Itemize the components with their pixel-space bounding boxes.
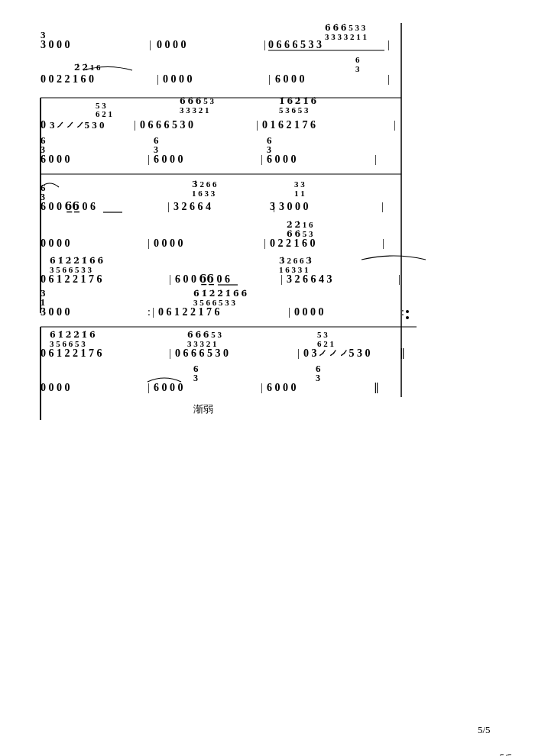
svg-text:6  0  0  6̲6̲  0  6: 6 0 0 6̲6̲ 0 6 bbox=[175, 273, 230, 286]
svg-text:0  1  6  2  1  7  6: 0 1 6 2 1 7 6 bbox=[262, 119, 316, 131]
svg-text:2̇  2̇  1  6: 2̇ 2̇ 1 6 bbox=[74, 63, 101, 72]
svg-text:|: | bbox=[148, 382, 150, 393]
svg-text:|: | bbox=[382, 237, 384, 249]
svg-text:|: | bbox=[149, 39, 151, 50]
svg-text:|: | bbox=[273, 201, 275, 212]
svg-text:|: | bbox=[288, 306, 290, 318]
svg-text:0  6  6  6  5  3  0: 0 6 6 6 5 3 0 bbox=[175, 347, 229, 359]
svg-text:6: 6 bbox=[355, 55, 360, 64]
page-number: 5/5 bbox=[478, 724, 491, 735]
svg-text:2̇  2̇  1  6: 2̇ 2̇ 1 6 bbox=[287, 220, 313, 229]
svg-text:0   0   0   0: 0 0 0 0 bbox=[41, 382, 70, 393]
svg-text:‖: ‖ bbox=[374, 382, 379, 393]
svg-text:6   0  0  6̲6̲  0  6: 6 0 0 6̲6̲ 0 6 bbox=[41, 201, 96, 213]
svg-text:|: | bbox=[148, 153, 150, 165]
svg-text:3: 3 bbox=[355, 64, 360, 73]
svg-text:0   0   0   0: 0 0 0 0 bbox=[294, 306, 324, 318]
svg-text:6̇  1̇  2̇  2̇  1̇  6̇  6̇: 6̇ 1̇ 2̇ 2̇ 1̇ 6̇ 6̇ bbox=[193, 289, 247, 298]
svg-text:0   0   0   0: 0 0 0 0 bbox=[41, 237, 70, 249]
svg-text:|: | bbox=[148, 237, 150, 249]
svg-text:1̇  6̇  2̇  1̇  6̇: 1̇ 6̇ 2̇ 1̇ 6̇ bbox=[279, 96, 317, 105]
svg-text:3  3: 3 3 bbox=[294, 179, 305, 189]
svg-point-94 bbox=[406, 316, 409, 319]
svg-text:|: | bbox=[374, 153, 377, 165]
svg-text:|: | bbox=[381, 201, 384, 212]
svg-text:6̇  1̇  2̇  2̇  1̇  6̇: 6̇ 1̇ 2̇ 2̇ 1̇ 6̇ bbox=[50, 330, 96, 339]
svg-text:|: | bbox=[280, 273, 283, 285]
svg-text:3   2  6  6   4  3: 3 2 6 6 4 3 bbox=[287, 273, 332, 285]
svg-text:|: | bbox=[394, 119, 396, 131]
svg-text:3   2   6  6   4: 3 2 6 6 4 bbox=[173, 201, 211, 212]
svg-text:6   0   0   0: 6 0 0 0 bbox=[41, 153, 70, 165]
svg-text:3: 3 bbox=[193, 373, 198, 383]
page: 6̇ 6̇ 6̇ 5 3 3 3 3 3 3 2 1 1 3 3 0 0 0 |… bbox=[0, 0, 535, 756]
svg-text:|: | bbox=[167, 201, 170, 212]
svg-text:|: | bbox=[169, 273, 171, 285]
svg-text:6̇  6̇  6̇  5  3: 6̇ 6̇ 6̇ 5 3 bbox=[187, 330, 222, 339]
jianruo-label: 渐弱 bbox=[193, 403, 213, 415]
svg-text:|: | bbox=[387, 39, 390, 50]
svg-text:|: | bbox=[169, 347, 171, 359]
svg-text:1  1: 1 1 bbox=[294, 189, 305, 198]
svg-text:0   0   0   0: 0 0 0 0 bbox=[163, 73, 193, 85]
svg-text:|: | bbox=[134, 119, 136, 131]
svg-text:3   0   0   0: 3 0 0 0 bbox=[41, 39, 70, 50]
svg-text:|: | bbox=[398, 273, 400, 285]
svg-text:|: | bbox=[264, 39, 266, 50]
svg-text:0   0  2  2  1  6  0: 0 0 2 2 1 6 0 bbox=[41, 73, 94, 85]
svg-text::: : bbox=[148, 306, 151, 318]
svg-text:5  3: 5 3 bbox=[317, 330, 328, 339]
svg-text:|: | bbox=[387, 73, 390, 85]
svg-text:0  6  1  2  2  1  7  6: 0 6 1 2 2 1 7 6 bbox=[41, 273, 102, 285]
svg-text:0  2  2  1  6   0: 0 2 2 1 6 0 bbox=[270, 237, 316, 249]
svg-text:3: 3 bbox=[316, 373, 320, 383]
svg-text:0: 0 bbox=[41, 119, 46, 131]
svg-text:|: | bbox=[152, 306, 154, 318]
svg-text:1  6  3  3: 1 6 3 3 bbox=[192, 189, 216, 198]
svg-text:0  6  1  2  2  1  7  6: 0 6 1 2 2 1 7 6 bbox=[158, 306, 220, 318]
svg-text:3   0   0   0: 3 0 0 0 bbox=[41, 306, 70, 318]
svg-text:6   0   0   0: 6 0 0 0 bbox=[154, 382, 183, 393]
svg-text:|: | bbox=[264, 237, 266, 249]
svg-text:5  3  6  5  3: 5 3 6 5 3 bbox=[279, 105, 309, 115]
svg-text:6̇  6̇  6̇  5  3: 6̇ 6̇ 6̇ 5 3 bbox=[180, 96, 214, 105]
svg-text:3   0   0   0: 3 0 0 0 bbox=[279, 201, 309, 212]
svg-text:3̇  2  6  6: 3̇ 2 6 6 bbox=[192, 179, 217, 189]
svg-text:0  3⟋⟋⟋5  3  0: 0 3⟋⟋⟋5 3 0 bbox=[303, 347, 371, 359]
svg-text:|: | bbox=[268, 73, 271, 85]
score-area: 6̇ 6̇ 6̇ 5 3 3 3 3 3 3 2 1 1 3 3 0 0 0 |… bbox=[23, 8, 512, 748]
svg-text:3  3  3  2  1: 3 3 3 2 1 bbox=[180, 105, 209, 115]
svg-text:|: | bbox=[261, 153, 263, 165]
svg-text:6̇  6̇  6̇  5  3  3: 6̇ 6̇ 6̇ 5 3 3 bbox=[325, 23, 366, 32]
page-number: 5/5 bbox=[499, 751, 512, 756]
svg-text:6   0   0   0: 6 0 0 0 bbox=[267, 382, 297, 393]
svg-text:|: | bbox=[157, 73, 159, 85]
svg-text:0  6  6  6  5  3  3: 0 6 6 6 5 3 3 bbox=[268, 39, 322, 50]
svg-text:|: | bbox=[297, 347, 300, 359]
svg-text:3⟋⟋⟋5  3  0: 3⟋⟋⟋5 3 0 bbox=[50, 119, 105, 131]
svg-text:6   0   0   0: 6 0 0 0 bbox=[154, 153, 183, 165]
svg-text:6   0   0   0: 6 0 0 0 bbox=[267, 153, 297, 165]
svg-text:|: | bbox=[261, 382, 263, 393]
svg-text:0   0   0   0: 0 0 0 0 bbox=[157, 39, 186, 50]
svg-text:0   0   0   0: 0 0 0 0 bbox=[154, 237, 183, 249]
svg-text:0  6  1  2  2  1  7  6: 0 6 1 2 2 1 7 6 bbox=[41, 347, 102, 359]
svg-text:6  2  1: 6 2 1 bbox=[96, 109, 112, 118]
svg-text:3  3  3  3  2  1  1: 3 3 3 3 2 1 1 bbox=[325, 32, 367, 41]
svg-text:6̇  1̇  2̇  2̇  1̇  6̇  6̇: 6̇ 1̇ 2̇ 2̇ 1̇ 6̇ 6̇ bbox=[50, 256, 103, 265]
svg-text:3̇  2  6  6  3̇: 3̇ 2 6 6 3̇ bbox=[279, 256, 312, 265]
svg-text:0  6  6  6  5  3  0: 0 6 6 6 5 3 0 bbox=[140, 119, 193, 131]
svg-text:|: | bbox=[256, 119, 258, 131]
svg-text:6   0   0   0: 6 0 0 0 bbox=[275, 73, 305, 85]
svg-text:‖: ‖ bbox=[400, 347, 405, 359]
svg-point-93 bbox=[406, 310, 409, 313]
score-svg: 6̇ 6̇ 6̇ 5 3 3 3 3 3 3 2 1 1 3 3 0 0 0 |… bbox=[27, 15, 516, 741]
